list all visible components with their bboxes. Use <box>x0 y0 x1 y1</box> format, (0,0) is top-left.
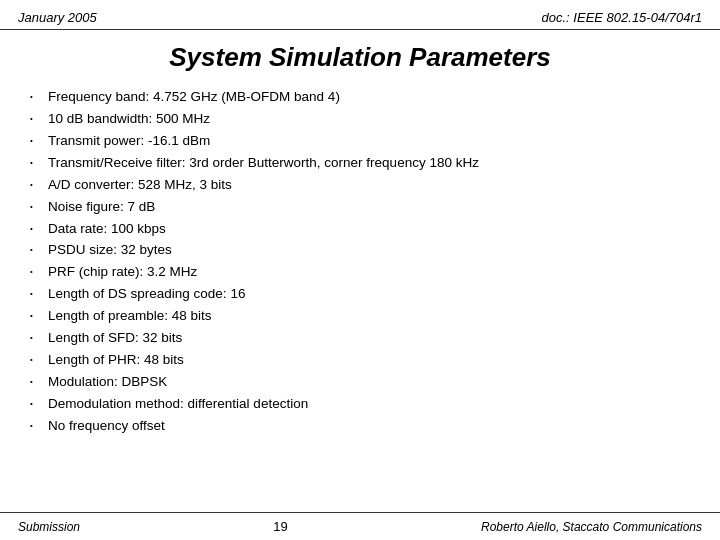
page-title: System Simulation Parameters <box>0 30 720 87</box>
list-item: •PSDU size: 32 bytes <box>30 240 690 261</box>
bullet-icon: • <box>30 416 48 432</box>
list-item: •Demodulation method: differential detec… <box>30 394 690 415</box>
footer-left: Submission <box>18 520 80 534</box>
bullet-icon: • <box>30 350 48 366</box>
content-area: •Frequency band: 4.752 GHz (MB-OFDM band… <box>0 87 720 437</box>
list-item: •Frequency band: 4.752 GHz (MB-OFDM band… <box>30 87 690 108</box>
list-item: •Transmit/Receive filter: 3rd order Butt… <box>30 153 690 174</box>
list-item-text: Modulation: DBPSK <box>48 372 167 393</box>
list-item: •Length of DS spreading code: 16 <box>30 284 690 305</box>
list-item-text: Length of PHR: 48 bits <box>48 350 184 371</box>
list-item-text: Frequency band: 4.752 GHz (MB-OFDM band … <box>48 87 340 108</box>
list-item: •Noise figure: 7 dB <box>30 197 690 218</box>
bullet-icon: • <box>30 219 48 235</box>
list-item: •No frequency offset <box>30 416 690 437</box>
bullet-icon: • <box>30 87 48 103</box>
bullet-icon: • <box>30 131 48 147</box>
list-item-text: Demodulation method: differential detect… <box>48 394 308 415</box>
list-item: •A/D converter: 528 MHz, 3 bits <box>30 175 690 196</box>
bullet-icon: • <box>30 394 48 410</box>
list-item-text: No frequency offset <box>48 416 165 437</box>
list-item: •Transmit power: -16.1 dBm <box>30 131 690 152</box>
list-item-text: Transmit/Receive filter: 3rd order Butte… <box>48 153 479 174</box>
bullet-icon: • <box>30 109 48 125</box>
list-item: •10 dB bandwidth: 500 MHz <box>30 109 690 130</box>
list-item-text: A/D converter: 528 MHz, 3 bits <box>48 175 232 196</box>
list-item-text: Length of DS spreading code: 16 <box>48 284 245 305</box>
list-item: •Length of SFD: 32 bits <box>30 328 690 349</box>
page-header: January 2005 doc.: IEEE 802.15-04/704r1 <box>0 0 720 30</box>
list-item: •Length of PHR: 48 bits <box>30 350 690 371</box>
bullet-icon: • <box>30 328 48 344</box>
footer-page-number: 19 <box>273 519 287 534</box>
list-item-text: 10 dB bandwidth: 500 MHz <box>48 109 210 130</box>
page-footer: Submission 19 Roberto Aiello, Staccato C… <box>0 512 720 540</box>
bullet-icon: • <box>30 262 48 278</box>
list-item: •Length of preamble: 48 bits <box>30 306 690 327</box>
list-item: •PRF (chip rate): 3.2 MHz <box>30 262 690 283</box>
list-item-text: Noise figure: 7 dB <box>48 197 155 218</box>
footer-right: Roberto Aiello, Staccato Communications <box>481 520 702 534</box>
bullet-icon: • <box>30 175 48 191</box>
bullet-icon: • <box>30 306 48 322</box>
bullet-icon: • <box>30 372 48 388</box>
header-date: January 2005 <box>18 10 97 25</box>
header-doc: doc.: IEEE 802.15-04/704r1 <box>542 10 702 25</box>
list-item-text: Length of preamble: 48 bits <box>48 306 212 327</box>
bullet-icon: • <box>30 153 48 169</box>
list-item-text: Transmit power: -16.1 dBm <box>48 131 210 152</box>
list-item-text: PRF (chip rate): 3.2 MHz <box>48 262 197 283</box>
bullet-icon: • <box>30 240 48 256</box>
bullet-list: •Frequency band: 4.752 GHz (MB-OFDM band… <box>30 87 690 437</box>
bullet-icon: • <box>30 284 48 300</box>
bullet-icon: • <box>30 197 48 213</box>
list-item: •Modulation: DBPSK <box>30 372 690 393</box>
list-item-text: Data rate: 100 kbps <box>48 219 166 240</box>
list-item-text: PSDU size: 32 bytes <box>48 240 172 261</box>
list-item: •Data rate: 100 kbps <box>30 219 690 240</box>
list-item-text: Length of SFD: 32 bits <box>48 328 182 349</box>
